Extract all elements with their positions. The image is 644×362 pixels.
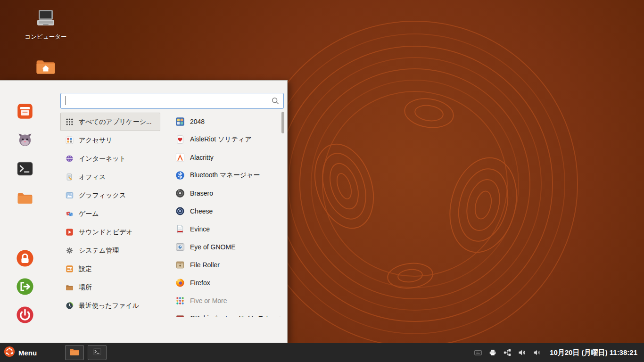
- app-item-five-or-more[interactable]: Five or More: [173, 292, 281, 310]
- apps-scrollbar: [281, 112, 284, 317]
- category-item-office[interactable]: オフィス: [60, 168, 160, 186]
- system-gear-icon: [65, 247, 74, 255]
- category-item-settings[interactable]: 設定: [60, 260, 160, 278]
- welcome-app-button[interactable]: [16, 132, 34, 150]
- recent-files-clock-icon: [65, 302, 74, 310]
- file-manager-launcher-button[interactable]: [16, 189, 34, 207]
- desktop-icon-home[interactable]: [20, 57, 72, 80]
- system-tray: 10月20日 (月曜日) 11:38:21: [474, 348, 644, 357]
- sound-video-icon: [65, 228, 74, 237]
- menu-main: すべてのアプリケーシ... アクセサリ: [50, 81, 287, 343]
- category-item-games[interactable]: ゲーム: [60, 205, 160, 223]
- menu-button-label: Menu: [18, 349, 37, 357]
- app-item-evince[interactable]: Evince: [173, 220, 281, 238]
- category-item-places[interactable]: 場所: [60, 278, 160, 296]
- scrollbar-thumb[interactable]: [281, 112, 284, 133]
- eye-of-gnome-icon: [175, 242, 185, 252]
- settings-sliders-icon: [65, 265, 74, 273]
- sound-output-icon[interactable]: [532, 348, 541, 357]
- shutdown-icon: [16, 306, 34, 326]
- shutdown-button[interactable]: [16, 307, 34, 325]
- lock-screen-button[interactable]: [16, 250, 34, 268]
- search-icon: [271, 97, 280, 105]
- application-list: 2048 AisleRiot ソリティア: [173, 113, 281, 317]
- category-item-sound-video[interactable]: サウンドとビデオ: [60, 223, 160, 241]
- graphics-image-icon: [65, 191, 74, 200]
- category-item-accessories[interactable]: アクセサリ: [60, 131, 160, 149]
- category-list: すべてのアプリケーシ... アクセサリ: [60, 113, 160, 329]
- places-folder-icon: [65, 283, 74, 292]
- evince-document-icon: [175, 224, 185, 234]
- app-item-eye-of-gnome[interactable]: Eye of GNOME: [173, 238, 281, 256]
- logout-icon: [16, 278, 34, 297]
- menu-sidebar: [0, 81, 50, 343]
- app-item-gdebi[interactable]: GDebi パッケージインストーラー: [173, 310, 281, 317]
- all-applications-icon: [65, 118, 74, 126]
- app-item-bluetooth-manager[interactable]: Bluetooth マネージャー: [173, 166, 281, 184]
- internet-globe-icon: [65, 155, 74, 163]
- accessories-icon: [65, 136, 74, 145]
- home-folder-icon: [35, 57, 57, 77]
- printer-icon[interactable]: [488, 348, 497, 357]
- cheese-camera-icon: [175, 206, 185, 216]
- category-item-internet[interactable]: インターネット: [60, 149, 160, 168]
- five-or-more-icon: [175, 296, 185, 305]
- brasero-disc-icon: [175, 189, 185, 198]
- app-2048-icon: [175, 117, 185, 126]
- files-window-icon: [69, 347, 80, 358]
- window-list: [65, 345, 107, 360]
- file-manager-icon: [17, 189, 33, 208]
- terminal-window-icon: [92, 347, 102, 358]
- application-menu: すべてのアプリケーシ... アクセサリ: [0, 80, 288, 343]
- computer-icon: [35, 8, 57, 30]
- volume-icon[interactable]: [518, 348, 526, 357]
- app-item-firefox[interactable]: Firefox: [173, 274, 281, 292]
- text-caret: [66, 96, 66, 105]
- files-window-button[interactable]: [65, 345, 84, 360]
- terminal-window-button[interactable]: [88, 345, 107, 360]
- office-document-icon: [65, 173, 74, 181]
- distro-logo-icon: [4, 346, 15, 359]
- app-item-brasero[interactable]: Brasero: [173, 184, 281, 202]
- desktop-icon-computer[interactable]: コンピューター: [20, 8, 72, 41]
- logout-button[interactable]: [16, 279, 34, 296]
- input-method-icon[interactable]: [474, 348, 482, 357]
- menu-button[interactable]: Menu: [0, 343, 42, 362]
- software-center-button[interactable]: [16, 103, 34, 121]
- category-item-graphics[interactable]: グラフィックス: [60, 186, 160, 205]
- mascot-icon: [17, 132, 33, 150]
- category-item-system-administration[interactable]: システム管理: [60, 241, 160, 260]
- app-item-cheese[interactable]: Cheese: [173, 202, 281, 220]
- app-item-aisleriot[interactable]: AisleRiot ソリティア: [173, 131, 281, 148]
- lock-screen-icon: [16, 249, 34, 269]
- search-input[interactable]: [60, 93, 284, 109]
- taskbar: Menu: [0, 343, 644, 362]
- network-icon[interactable]: [503, 348, 512, 357]
- games-dice-icon: [65, 210, 74, 218]
- gdebi-package-icon: [175, 314, 185, 317]
- bluetooth-icon: [175, 171, 185, 180]
- firefox-icon: [175, 278, 185, 288]
- app-item-2048[interactable]: 2048: [173, 113, 281, 131]
- file-roller-archive-icon: [175, 260, 185, 270]
- alacritty-icon: [175, 153, 185, 162]
- desktop-icon-label: コンピューター: [25, 33, 67, 41]
- app-item-file-roller[interactable]: File Roller: [173, 256, 281, 274]
- category-item-all-applications[interactable]: すべてのアプリケーシ...: [60, 113, 160, 131]
- terminal-icon: [17, 160, 33, 179]
- clock[interactable]: 10月20日 (月曜日) 11:38:21: [550, 348, 637, 357]
- aisleriot-card-icon: [175, 135, 185, 144]
- app-item-alacritty[interactable]: Alacritty: [173, 148, 281, 166]
- category-item-recent-files[interactable]: 最近使ったファイル: [60, 296, 160, 315]
- terminal-launcher-button[interactable]: [16, 161, 34, 179]
- software-center-icon: [17, 103, 33, 122]
